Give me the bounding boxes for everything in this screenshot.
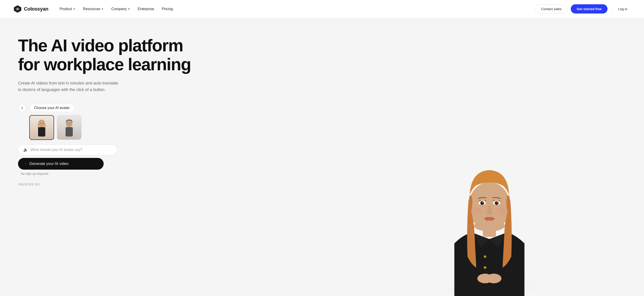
- avatar-female-image: [33, 118, 51, 136]
- avatar-male-thumb[interactable]: [57, 115, 82, 140]
- svg-rect-16: [483, 224, 496, 237]
- hero-content: The AI video platform for workplace lear…: [0, 18, 354, 200]
- svg-point-25: [497, 202, 498, 203]
- hero-section: The AI video platform for workplace lear…: [0, 18, 644, 296]
- nav-link-resources[interactable]: Resources ▼: [80, 5, 107, 13]
- navbar: Colossyan Product ▼ Resources ▼ Company …: [0, 0, 644, 18]
- svg-point-24: [495, 202, 498, 204]
- svg-point-10: [70, 123, 71, 124]
- chevron-down-icon: ▼: [101, 8, 104, 10]
- nav-left: Colossyan Product ▼ Resources ▼ Company …: [14, 5, 176, 13]
- nav-links: Product ▼ Resources ▼ Company ▼ Enterpri…: [56, 5, 176, 13]
- svg-point-5: [40, 123, 41, 124]
- say-input[interactable]: 🔈 What should your AI avatar say?: [18, 144, 117, 155]
- step-row: 1 Choose your AI avatar: [18, 104, 117, 112]
- hero-avatar-svg: [335, 138, 644, 296]
- svg-point-27: [497, 208, 506, 214]
- svg-point-19: [480, 201, 484, 205]
- nav-right: Contact sales Get started free Log in: [536, 4, 630, 14]
- svg-point-14: [478, 274, 493, 284]
- external-link-icon: ⬝: [25, 162, 27, 166]
- step-number: 1: [18, 104, 26, 112]
- nav-link-product[interactable]: Product ▼: [56, 5, 79, 13]
- nav-divider: [611, 6, 611, 12]
- logo-icon: [14, 5, 22, 13]
- nav-link-pricing[interactable]: Pricing: [159, 5, 176, 13]
- chevron-down-icon: ▼: [73, 8, 76, 10]
- get-started-button[interactable]: Get started free: [571, 4, 608, 14]
- svg-rect-8: [66, 127, 73, 136]
- svg-point-20: [481, 202, 484, 204]
- chevron-down-icon: ▼: [128, 8, 130, 10]
- svg-point-9: [68, 123, 68, 124]
- nav-link-company[interactable]: Company ▼: [108, 5, 133, 13]
- hero-avatar-image: [335, 18, 644, 296]
- svg-point-6: [42, 123, 43, 124]
- step-label: Choose your AI avatar: [29, 104, 74, 112]
- hero-title: The AI video platform for workplace lear…: [18, 36, 341, 74]
- hero-subtitle: Create AI videos from text in minutes an…: [18, 80, 122, 93]
- demo-ui-card: 1 Choose your AI avatar: [18, 104, 117, 186]
- login-button[interactable]: Log in: [615, 5, 630, 13]
- say-placeholder: What should your AI avatar say?: [30, 148, 82, 152]
- svg-point-13: [484, 266, 486, 269]
- svg-point-23: [494, 201, 499, 205]
- speaker-icon: 🔈: [23, 147, 28, 152]
- avatar-selector: [29, 115, 117, 140]
- no-signup-text: No sign up required: [21, 172, 117, 176]
- svg-rect-4: [38, 127, 45, 136]
- svg-point-28: [474, 220, 505, 232]
- svg-point-12: [484, 255, 486, 258]
- svg-point-17: [469, 182, 510, 230]
- contact-sales-button[interactable]: Contact sales: [536, 4, 567, 13]
- svg-point-22: [493, 201, 500, 205]
- svg-point-18: [478, 201, 486, 205]
- nav-link-enterprise[interactable]: Enterprise: [134, 5, 157, 13]
- svg-point-21: [482, 202, 483, 203]
- svg-point-11: [435, 263, 544, 296]
- svg-point-3: [38, 120, 45, 128]
- svg-point-15: [486, 274, 502, 284]
- avatar-male-image: [60, 118, 78, 136]
- logo-text: Colossyan: [24, 6, 48, 12]
- trusted-by-label: TRUSTED BY:: [18, 183, 117, 186]
- svg-point-26: [473, 208, 482, 214]
- generate-button[interactable]: ⬝ Generate your AI video: [18, 158, 104, 170]
- avatar-female-thumb[interactable]: [29, 115, 54, 140]
- logo[interactable]: Colossyan: [14, 5, 48, 13]
